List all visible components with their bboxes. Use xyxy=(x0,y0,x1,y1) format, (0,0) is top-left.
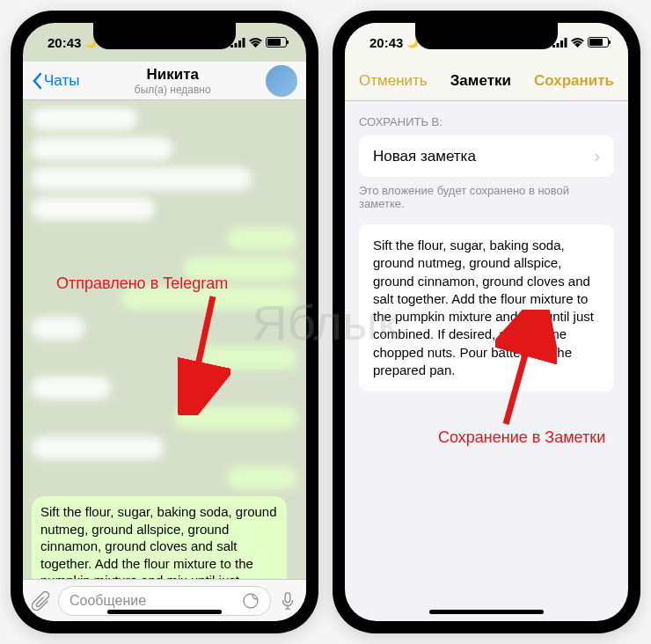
blurred-message-out xyxy=(227,466,297,489)
blurred-message-in xyxy=(32,167,252,190)
blurred-message-in xyxy=(32,377,111,399)
telegram-screen: 20:43 🌙 Чаты Никита был(а) недавно xyxy=(23,23,306,621)
status-icons xyxy=(230,37,287,48)
blurred-message-out xyxy=(121,287,297,310)
status-time-text: 20:43 xyxy=(48,35,81,50)
blurred-message-in xyxy=(32,436,164,459)
svg-rect-8 xyxy=(557,43,560,48)
svg-rect-1 xyxy=(235,43,238,48)
avatar[interactable] xyxy=(266,65,297,97)
wifi-icon xyxy=(249,38,262,48)
svg-rect-9 xyxy=(560,40,563,48)
chat-title: Никита xyxy=(79,66,266,84)
destination-hint: Это вложение будет сохранено в новой зам… xyxy=(345,177,628,224)
chevron-left-icon xyxy=(32,72,42,90)
notes-title: Заметки xyxy=(450,72,511,90)
attach-icon[interactable] xyxy=(32,591,51,611)
svg-rect-10 xyxy=(565,38,567,48)
message-text: Sift the flour, sugar, baking soda, grou… xyxy=(40,504,277,579)
chat-title-wrap[interactable]: Никита был(а) недавно xyxy=(79,66,266,96)
battery-icon xyxy=(266,37,287,48)
blurred-message-in xyxy=(32,197,155,220)
blurred-message-in xyxy=(32,107,137,130)
status-icons xyxy=(552,37,609,48)
input-bar: Сообщение xyxy=(23,579,306,621)
sticker-icon[interactable] xyxy=(242,592,260,610)
home-indicator[interactable] xyxy=(429,610,544,614)
note-content[interactable]: Sift the flour, sugar, baking soda, grou… xyxy=(359,224,614,392)
back-button[interactable]: Чаты xyxy=(32,72,79,90)
wifi-icon xyxy=(571,38,584,48)
input-placeholder: Сообщение xyxy=(69,593,146,609)
save-button[interactable]: Сохранить xyxy=(534,72,614,90)
chat-area[interactable]: Sift the flour, sugar, baking soda, grou… xyxy=(23,100,306,579)
chat-subtitle: был(а) недавно xyxy=(79,84,266,96)
phone-frame-left: 20:43 🌙 Чаты Никита был(а) недавно xyxy=(11,11,318,633)
notch xyxy=(93,23,236,49)
sent-message-bubble[interactable]: Sift the flour, sugar, baking soda, grou… xyxy=(32,496,287,579)
status-time: 20:43 🌙 xyxy=(48,35,97,50)
svg-rect-3 xyxy=(243,38,245,48)
blurred-message-out xyxy=(227,227,297,250)
status-time-text: 20:43 xyxy=(369,35,403,50)
status-time: 20:43 🌙 xyxy=(369,35,419,50)
save-to-label: СОХРАНИТЬ В: xyxy=(345,101,628,135)
telegram-header: Чаты Никита был(а) недавно xyxy=(23,62,306,100)
blurred-message-out xyxy=(201,347,297,370)
svg-point-4 xyxy=(244,594,258,608)
battery-icon xyxy=(588,37,609,48)
destination-row[interactable]: Новая заметка › xyxy=(359,135,614,177)
notes-header: Отменить Заметки Сохранить xyxy=(345,62,628,101)
notch xyxy=(415,23,558,49)
home-indicator[interactable] xyxy=(107,610,222,614)
blurred-message-out xyxy=(174,406,297,429)
svg-rect-2 xyxy=(238,40,241,48)
chevron-right-icon: › xyxy=(594,146,600,166)
back-label: Чаты xyxy=(44,72,79,90)
cancel-button[interactable]: Отменить xyxy=(359,72,428,90)
blurred-message-in xyxy=(32,137,172,160)
blurred-message-in xyxy=(32,317,84,340)
phone-frame-right: 20:43 🌙 Отменить Заметки Сохранить СОХРА… xyxy=(333,11,640,633)
notes-screen: 20:43 🌙 Отменить Заметки Сохранить СОХРА… xyxy=(345,23,628,621)
mic-icon[interactable] xyxy=(278,591,297,611)
blurred-message-out xyxy=(183,257,297,280)
svg-rect-5 xyxy=(285,592,290,602)
destination-text: Новая заметка xyxy=(373,148,476,165)
